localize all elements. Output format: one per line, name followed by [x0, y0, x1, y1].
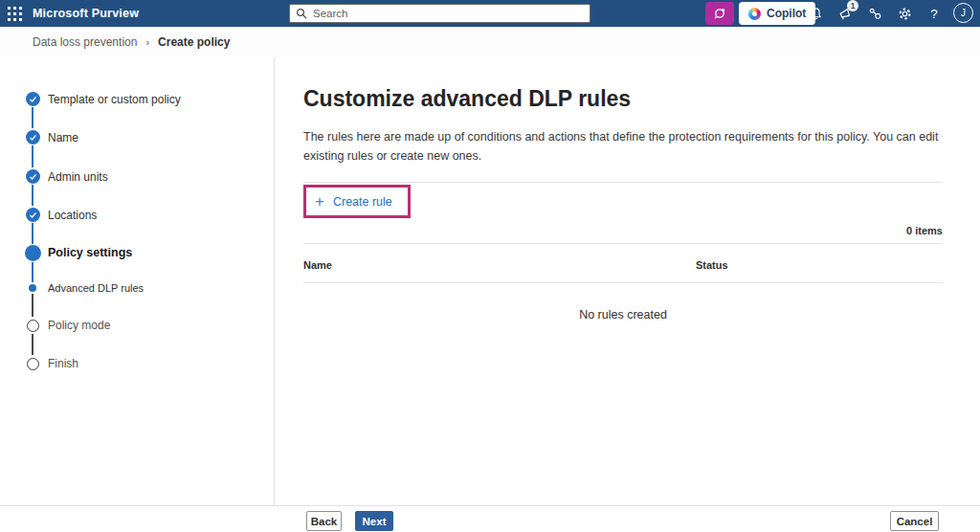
avatar-initial: J [961, 8, 966, 18]
chevron-right-icon: › [145, 36, 149, 48]
step-label: Locations [48, 209, 97, 222]
step-connector [32, 185, 33, 206]
wizard-steps-sidebar: Template or custom policy Name Admin uni… [0, 57, 275, 505]
step-upcoming-icon [27, 320, 39, 332]
step-completed-check-icon [26, 92, 40, 106]
global-search[interactable] [289, 4, 590, 23]
cancel-button[interactable]: Cancel [890, 511, 939, 531]
feedback-icon [868, 7, 882, 21]
step-label: Template or custom policy [48, 93, 181, 106]
step-connector [32, 107, 33, 128]
notifications-button[interactable] [807, 5, 824, 22]
back-button[interactable]: Back [306, 511, 342, 531]
rules-table-header: Name Status [303, 244, 943, 282]
step-connector [32, 334, 33, 355]
next-button[interactable]: Next [355, 511, 393, 531]
divider [303, 282, 943, 283]
step-connector [32, 294, 33, 317]
items-count: 0 items [303, 225, 943, 236]
step-current-icon [25, 245, 41, 261]
gear-icon [898, 7, 912, 21]
app-launcher-icon[interactable] [6, 5, 23, 22]
step-completed-check-icon [26, 208, 40, 222]
security-copilot-icon [713, 7, 726, 20]
step-label: Advanced DLP rules [48, 282, 144, 294]
step-label: Name [48, 131, 78, 144]
security-copilot-button[interactable] [705, 2, 734, 25]
divider [303, 182, 943, 183]
step-label: Finish [48, 357, 78, 370]
breadcrumb-create-policy: Create policy [158, 35, 230, 49]
settings-button[interactable] [896, 5, 913, 22]
breadcrumb-data-loss-prevention[interactable]: Data loss prevention [33, 35, 137, 49]
column-header-status[interactable]: Status [696, 259, 943, 271]
top-header-bar: Microsoft Purview Copilot 1 [0, 0, 980, 27]
app-title: Microsoft Purview [33, 7, 139, 20]
wizard-footer: Back Next Cancel [0, 505, 980, 532]
account-avatar[interactable]: J [953, 3, 973, 23]
search-icon [296, 8, 307, 19]
step-completed-check-icon [26, 169, 40, 184]
create-rule-highlight-box: + Create rule [303, 185, 411, 218]
main-content: Customize advanced DLP rules The rules h… [276, 57, 980, 505]
step-upcoming-icon [27, 358, 39, 370]
breadcrumb: Data loss prevention › Create policy [0, 27, 980, 57]
whats-new-button[interactable]: 1 [836, 5, 854, 22]
step-label: Admin units [48, 170, 108, 184]
step-label: Policy settings [48, 246, 132, 259]
step-label: Policy mode [48, 319, 110, 332]
page-title: Customize advanced DLP rules [303, 86, 943, 112]
create-rule-button[interactable]: Create rule [333, 195, 392, 209]
help-button[interactable]: ? [925, 5, 943, 22]
step-substep-dot-icon [29, 284, 36, 292]
copilot-logo-icon [748, 8, 761, 20]
bell-icon [809, 7, 823, 21]
step-completed-check-icon [26, 130, 40, 144]
notification-badge: 1 [847, 0, 858, 11]
step-connector [32, 145, 33, 167]
page-description: The rules here are made up of conditions… [303, 127, 943, 166]
step-connector [32, 223, 33, 244]
copilot-button[interactable]: Copilot [739, 2, 815, 25]
help-icon: ? [930, 7, 938, 21]
step-connector [32, 262, 33, 282]
column-header-name[interactable]: Name [303, 259, 696, 271]
search-input[interactable] [313, 8, 584, 19]
copilot-button-label: Copilot [767, 7, 806, 20]
empty-state-message: No rules created [303, 308, 943, 321]
feedback-button[interactable] [866, 5, 883, 22]
plus-icon: + [315, 193, 324, 210]
